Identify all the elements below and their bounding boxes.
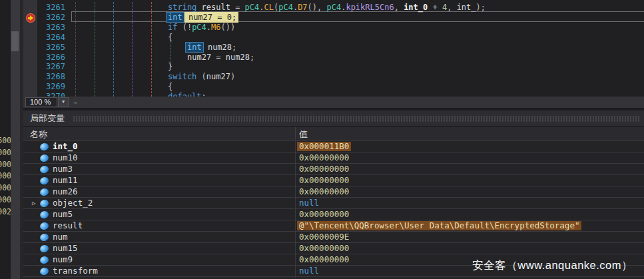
code-line[interactable]: } [168,63,172,71]
variable-name: object_2 [53,198,93,208]
variable-name: int_0 [53,142,78,151]
variable-value: 0x00000000 [299,187,349,196]
code-token: int_ [457,3,476,12]
line-number: 3266 [37,53,65,62]
field-icon [39,244,50,253]
expand-arrow-icon[interactable]: ▷ [32,199,35,207]
zoom-dropdown-button[interactable]: ▼ [58,97,69,107]
locals-rows: int_00x000011B0num100x00000000num30x0000… [23,141,644,277]
code-token: + [428,3,442,12]
code-token: = [216,53,225,62]
code-token: pC4 [192,23,206,32]
variable-value: 0x0000009E [299,232,349,242]
code-token: { [168,82,172,91]
code-token: } [168,62,172,71]
code-token: int_0 [404,3,428,12]
code-token: , [447,3,456,12]
code-token: kpikRL5Cn6 [346,3,394,12]
background-number: 002 [0,206,11,218]
code-line[interactable]: switch (num27) [168,73,235,81]
background-number: 000 [0,147,11,159]
background-number: 000 [0,182,11,194]
code-token: D7 [298,3,307,12]
background-scrollbar[interactable] [11,0,20,279]
column-divider [295,254,296,266]
locals-row-object_2[interactable]: ▷object_2null [23,198,644,209]
code-token: pC4 [245,3,260,12]
locals-panel-title: 局部变量 [30,113,65,125]
code-line[interactable]: { [168,83,172,91]
selected-token: int [186,43,203,52]
code-line[interactable]: { [168,33,172,42]
field-icon [39,142,50,151]
code-token: ( [196,72,206,81]
code-token: ()) [221,23,236,32]
field-icon [39,266,50,276]
locals-row-num11[interactable]: num110x00000000 [23,175,644,186]
line-number: 3265 [37,43,65,52]
debugger-main-window: 3261326232633264326532663267326832693270… [23,0,644,279]
field-icon [39,198,50,208]
column-splitter[interactable] [295,127,296,140]
background-window-strip: 600000000000000000002 [0,0,23,279]
locals-panel-titlebar: 局部变量 [23,111,644,127]
breakpoint-arrow-icon [30,15,33,21]
locals-row-num[interactable]: num0x0000009E [23,232,644,243]
line-number: 3262 [37,13,65,22]
code-token: num27 [206,72,230,81]
breakpoint-gutter[interactable] [23,0,37,97]
breakpoint-current-statement-icon[interactable] [26,13,35,23]
code-token: , [394,3,404,12]
variable-value: null [299,266,319,276]
background-scrollbar-thumb[interactable] [11,31,19,51]
watermark-text: 安全客（www.anquanke.com） [472,258,633,273]
column-divider [295,232,296,244]
line-number: 3264 [37,33,65,42]
zoom-level-combobox[interactable]: 100 % [25,97,57,107]
code-token: { [168,33,172,42]
variable-name: num [53,232,68,242]
code-line[interactable]: int num28; [187,43,236,52]
variable-name: num15 [53,244,78,253]
code-editor[interactable]: 3261326232633264326532663267326832693270… [23,0,644,97]
line-number: 3267 [37,63,65,71]
column-divider [295,243,296,255]
code-token: num27 = 0; [184,12,238,23]
locals-row-int_0[interactable]: int_00x000011B0 [23,141,644,152]
code-line[interactable]: num27 = num28; [187,53,254,62]
code-token: (! [177,23,192,32]
code-token: ; [232,43,236,52]
column-divider [295,175,296,187]
field-icon [39,176,50,185]
variable-name: num9 [53,255,73,264]
field-icon [39,221,50,230]
locals-row-num5[interactable]: num50x00000000 [23,209,644,220]
column-divider [295,198,296,210]
column-divider [295,209,296,221]
column-divider [295,152,296,164]
code-line[interactable]: if (!pC4.M6()) [168,23,235,32]
locals-row-num15[interactable]: num150x00000000 [23,243,644,254]
field-icon [39,187,50,196]
locals-row-num3[interactable]: num30x00000000 [23,164,644,175]
locals-row-num10[interactable]: num100x00000000 [23,152,644,164]
locals-row-result[interactable]: result@"\Tencent\QQBrowser\User Data\Def… [23,220,644,232]
code-line[interactable]: string result = pC4.CL(pC4.D7(), pC4.kpi… [168,3,485,12]
debugger-screenshot-root: 600000000000000000002 326132623263326432… [0,0,644,279]
scroll-left-arrow-icon[interactable]: ◄ [73,99,77,106]
code-line[interactable]: int num27 = 0; [168,13,238,22]
variable-value: 0x00000000 [299,153,349,162]
field-icon [39,153,50,162]
locals-row-num26[interactable]: num260x00000000 [23,186,644,198]
column-divider [295,266,296,278]
code-token: switch [168,72,196,81]
name-column-header[interactable]: 名称 [30,129,47,140]
code-token: = [235,3,244,12]
locals-panel: 局部变量 名称 值 int_00x000011B0num100x00000000… [23,111,644,279]
variable-value: 0x00000000 [299,210,349,219]
selected-token: int [166,13,184,22]
code-token: pC4 [327,3,342,12]
field-icon [39,255,50,264]
variable-value: 0x00000000 [299,244,349,253]
value-column-header[interactable]: 值 [299,129,308,140]
